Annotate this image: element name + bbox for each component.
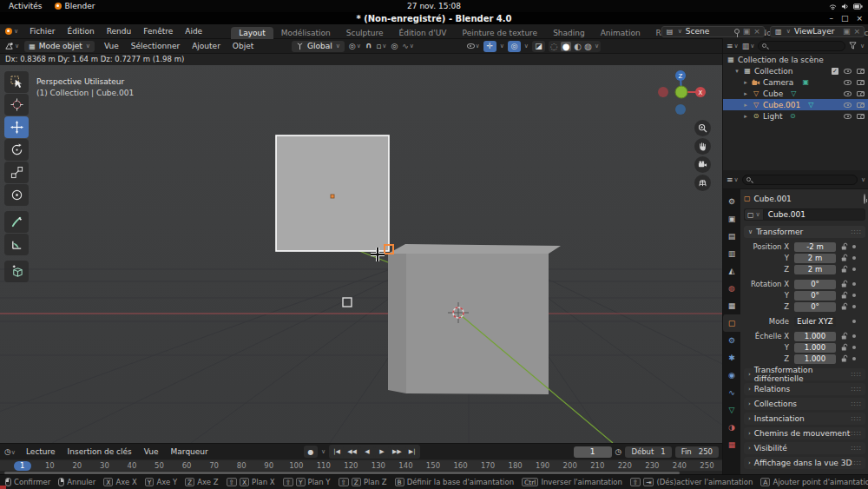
animate-dot-icon[interactable] — [852, 305, 856, 308]
animate-dot-icon[interactable] — [852, 268, 856, 271]
camera-view-button[interactable] — [694, 156, 711, 173]
panel-grip-icon[interactable]: ∷∷ — [852, 445, 862, 453]
outliner-filter-mode[interactable]: ▥∨ — [742, 42, 755, 50]
collapsed-panel-header[interactable]: › Affichage dans la vue 3D ∷∷ — [744, 457, 865, 469]
minimize-button[interactable]: – — [829, 14, 833, 23]
viewport-menu-item[interactable]: Vue — [98, 42, 125, 50]
transform-value-field[interactable]: 0° — [794, 291, 836, 301]
menu-item[interactable]: Fenêtre — [137, 27, 179, 36]
outliner-row-cube-001[interactable]: ▸ ▽ Cube.001 ▽ — [723, 99, 868, 110]
gizmo-neg-z-axis[interactable] — [675, 104, 686, 115]
activities-button[interactable]: Activités — [9, 2, 43, 10]
viewport-menu-item[interactable]: Sélectionner — [125, 42, 186, 50]
auto-keying-button[interactable]: ● — [304, 446, 318, 458]
lock-icon[interactable] — [840, 242, 848, 251]
properties-tab-object[interactable] — [723, 314, 740, 332]
collapsed-panel-header[interactable]: › Transformation différentielle ∷∷ — [744, 368, 865, 380]
frame-start-field[interactable]: Début1 — [625, 446, 671, 458]
animate-dot-icon[interactable] — [852, 282, 856, 286]
pan-hand-button[interactable] — [694, 138, 711, 155]
panel-grip-icon[interactable]: ∷∷ — [852, 371, 862, 379]
pin-icon[interactable] — [864, 194, 865, 204]
workspace-tab[interactable]: Animation — [593, 27, 648, 39]
mode-dropdown[interactable]: ▦ Mode objet ∨ — [24, 41, 95, 52]
transform-value-field[interactable]: 0° — [794, 280, 836, 289]
viewport-menu-item[interactable]: Objet — [227, 42, 260, 50]
lock-icon[interactable] — [840, 265, 848, 274]
transform-panel-header[interactable]: ∨ Transformer ∷∷ — [744, 226, 865, 238]
hide-eye-icon[interactable] — [844, 69, 852, 74]
animate-dot-icon[interactable] — [852, 294, 856, 297]
pivot-point-dropdown[interactable]: ◎∨ — [349, 42, 361, 50]
object-type-dropdown[interactable]: ▢∨ — [744, 208, 763, 221]
transform-value-field[interactable]: Euler XYZ — [794, 317, 836, 327]
viewlayer-selector[interactable]: ▥ ∨ ViewLayer ▣ × — [770, 26, 865, 37]
disclosure-icon[interactable]: ▸ — [742, 113, 749, 120]
timeline-menu-item[interactable]: Lecture — [20, 447, 62, 456]
menu-item[interactable]: Édition — [62, 27, 101, 36]
scene-selector[interactable]: ▤ ∨ Scene ▣ × — [661, 26, 765, 37]
panel-grip-icon[interactable]: ∷∷ — [852, 228, 862, 236]
tool-transform[interactable] — [4, 184, 29, 206]
properties-tab-collection[interactable] — [723, 297, 740, 314]
lock-icon[interactable] — [840, 280, 848, 288]
shading-material-icon[interactable]: ◐ — [574, 42, 582, 51]
collapsed-panel-header[interactable]: › Chemins de mouvement ∷∷ — [744, 427, 865, 439]
workspace-tab[interactable]: Shading — [545, 27, 593, 39]
transform-orientation-dropdown[interactable]: Global ∨ — [292, 41, 345, 52]
hide-eye-icon[interactable] — [844, 102, 852, 108]
properties-tab-material[interactable] — [723, 419, 740, 436]
collection-checkbox[interactable]: ✓ — [832, 68, 838, 75]
unlink-scene-icon[interactable]: × — [753, 27, 760, 36]
animate-dot-icon[interactable] — [852, 346, 856, 349]
collapsed-panel-header[interactable]: › Visibilité ∷∷ — [744, 442, 865, 454]
timeline-menu-item[interactable]: Marqueur — [165, 447, 214, 456]
playback-button[interactable]: ▶| — [405, 446, 419, 458]
transform-value-field[interactable]: 1.000 — [794, 354, 836, 364]
gizmos-toggle[interactable]: ✛ — [483, 41, 496, 52]
workspace-tab[interactable]: Layout — [231, 27, 273, 39]
visibility-dropdown[interactable]: ∨ — [467, 43, 480, 50]
playback-button[interactable]: ◀◀ — [345, 446, 359, 458]
properties-tab-render[interactable] — [723, 210, 740, 228]
properties-tab-tool[interactable] — [723, 193, 740, 210]
hide-eye-icon[interactable] — [844, 114, 852, 119]
gizmo-neg-x-axis[interactable] — [658, 87, 668, 97]
cube-001-selected-object[interactable] — [276, 135, 389, 251]
lock-icon[interactable] — [840, 332, 848, 340]
frame-end-field[interactable]: Fin250 — [675, 446, 719, 458]
properties-tab-view-layer[interactable] — [723, 245, 740, 262]
animate-dot-icon[interactable] — [852, 320, 856, 323]
disclosure-icon[interactable]: ▾ — [733, 68, 740, 75]
tool-scale[interactable] — [4, 162, 29, 183]
properties-tab-modifiers[interactable] — [723, 332, 740, 349]
properties-tab-texture[interactable] — [723, 436, 740, 453]
current-frame-field[interactable]: 1 — [574, 446, 612, 458]
use-preview-range-icon[interactable]: ◷ — [615, 447, 622, 456]
disable-render-icon[interactable] — [857, 69, 865, 74]
snap-magnet-icon[interactable]: ∪ — [365, 42, 372, 50]
keying-dropdown[interactable]: ∨ — [321, 448, 326, 455]
gizmos-dropdown[interactable]: ∨ — [500, 43, 504, 50]
tool-rotate[interactable] — [4, 139, 29, 161]
navigation-gizmo[interactable]: Z X — [654, 66, 710, 122]
outliner-row-cube[interactable]: ▸ ▽ Cube ▽ — [723, 88, 868, 99]
lock-icon[interactable] — [840, 302, 848, 311]
transform-value-field[interactable]: 0° — [794, 302, 836, 312]
properties-tab-particles[interactable] — [723, 349, 740, 367]
lock-icon[interactable] — [840, 291, 848, 300]
overlays-toggle[interactable]: ◎ — [508, 41, 521, 52]
panel-grip-icon[interactable]: ∷∷ — [852, 459, 862, 467]
snap-target-dropdown[interactable]: ▫∨ — [376, 42, 386, 50]
tool-select-box[interactable] — [4, 71, 29, 93]
workspace-tab[interactable]: Sculpture — [339, 27, 391, 39]
editor-type-button[interactable]: ∨ — [4, 42, 19, 51]
shading-solid-icon[interactable]: ● — [561, 42, 572, 51]
system-tray[interactable] — [829, 3, 863, 10]
workspace-tab[interactable]: Modélisation — [273, 27, 339, 39]
gizmo-y-axis[interactable] — [675, 86, 687, 98]
outliner-row-collection[interactable]: ▾ ▦ Collection ✓ — [723, 65, 868, 76]
new-scene-icon[interactable]: ▣ — [743, 27, 751, 36]
blender-menu-button[interactable]: ∨ — [5, 28, 18, 35]
filter-icon[interactable] — [849, 42, 857, 50]
